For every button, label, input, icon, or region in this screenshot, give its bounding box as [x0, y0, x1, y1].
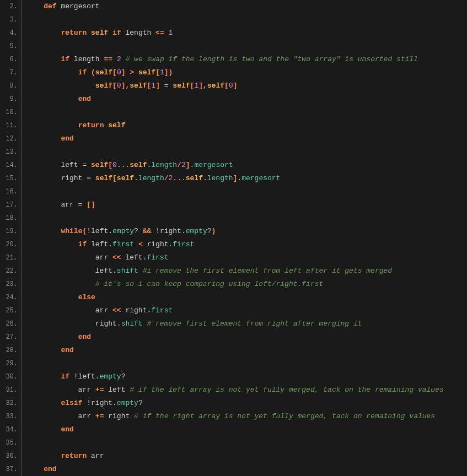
code-line[interactable]: return self if length <= 1 [26, 26, 467, 40]
token-ident [26, 346, 61, 354]
token-kw: elsif [61, 399, 82, 407]
token-kw: if [78, 68, 87, 77]
code-line[interactable]: arr += left # if the left array is not y… [26, 383, 467, 397]
code-line[interactable]: end [26, 132, 467, 145]
token-op: += [95, 412, 104, 420]
code-line[interactable]: right.shift # remove first element from … [26, 317, 467, 331]
code-line[interactable]: left = self[0...self.length/2].mergesort [26, 159, 467, 172]
code-line[interactable]: end [26, 344, 467, 357]
token-ident: arr [26, 306, 112, 315]
code-line[interactable]: arr += right # if the right array is not… [26, 410, 467, 423]
token-op: && [143, 227, 152, 235]
code-area[interactable]: def mergesort return self if length <= 1… [22, 0, 467, 476]
code-line[interactable]: end [26, 463, 467, 476]
code-line[interactable] [26, 145, 467, 159]
token-punct: . [203, 174, 207, 182]
token-method: first [112, 240, 134, 248]
code-line[interactable]: end [26, 331, 467, 344]
token-self: self [207, 82, 224, 90]
token-num: 0 [117, 82, 121, 90]
code-line[interactable]: def mergesort [26, 0, 467, 13]
line-number: 9. [0, 93, 21, 106]
code-line[interactable] [26, 357, 467, 370]
token-ident: !right. [151, 227, 185, 235]
token-kw: if [61, 372, 69, 381]
line-number: 18. [0, 212, 21, 225]
line-number: 29. [0, 357, 21, 370]
line-number: 12. [0, 132, 21, 145]
token-op: ( [91, 68, 95, 77]
code-line[interactable]: else [26, 291, 467, 304]
token-num: 1 [169, 29, 173, 37]
token-ident [87, 68, 91, 77]
token-comment: # we swap if the length is two and the "… [126, 55, 418, 63]
code-line[interactable]: left.shift #i remove the first element f… [26, 264, 467, 278]
code-line[interactable]: self[0],self[1] = self[1],self[0] [26, 79, 467, 93]
line-number: 36. [0, 450, 21, 463]
token-self: self [95, 68, 112, 77]
code-line[interactable]: while(!left.empty? && !right.empty?) [26, 225, 467, 238]
token-comment: # if the right array is not yet fully me… [134, 412, 435, 420]
line-number: 25. [0, 304, 21, 317]
code-line[interactable]: elsif !right.empty? [26, 397, 467, 410]
token-ident [26, 425, 61, 434]
token-op: [ [155, 68, 160, 77]
token-ident: right. [143, 240, 173, 248]
token-num: 2 [117, 55, 121, 63]
token-ident: right. [121, 306, 152, 315]
token-ident: left. [26, 267, 117, 275]
token-ident: right [104, 412, 134, 420]
line-number: 26. [0, 317, 21, 331]
line-number: 37. [0, 463, 21, 476]
token-method: length [207, 174, 233, 182]
code-line[interactable]: if (self[0] > self[1]) [26, 66, 467, 79]
token-ident [26, 240, 78, 248]
line-number: 24. [0, 291, 21, 304]
token-ident: left [104, 386, 130, 394]
line-number: 21. [0, 251, 21, 264]
code-line[interactable] [26, 436, 467, 450]
code-line[interactable]: if !left.empty? [26, 370, 467, 383]
token-num: 0 [112, 161, 117, 169]
code-line[interactable] [26, 185, 467, 198]
token-kw: if [78, 240, 87, 248]
code-line[interactable]: arr << right.first [26, 304, 467, 317]
code-line[interactable] [26, 13, 467, 26]
line-number: 5. [0, 40, 21, 53]
code-line[interactable] [26, 40, 467, 53]
code-line[interactable] [26, 106, 467, 119]
token-comment: # if the left array is not yet fully mer… [130, 386, 444, 394]
code-line[interactable]: return arr [26, 450, 467, 463]
code-line[interactable]: arr << left.first [26, 251, 467, 264]
line-number: 11. [0, 119, 21, 132]
token-ident: arr = [26, 201, 87, 209]
token-method: first [151, 306, 173, 315]
line-number: 23. [0, 278, 21, 291]
code-line[interactable]: right = self[self.length/2...self.length… [26, 172, 467, 185]
code-line[interactable]: arr = [] [26, 198, 467, 212]
code-line[interactable]: return self [26, 119, 467, 132]
code-line[interactable]: # it's so i can keep comparing using lef… [26, 278, 467, 291]
line-number: 4. [0, 26, 21, 40]
code-line[interactable]: end [26, 93, 467, 106]
token-self: self [91, 161, 108, 169]
token-ident [26, 280, 95, 288]
token-ident [26, 333, 78, 341]
token-op: <= [155, 29, 164, 37]
code-line[interactable] [26, 212, 467, 225]
token-op: ... [117, 161, 130, 169]
token-ident [134, 68, 138, 77]
code-line[interactable]: if length == 2 # we swap if the length i… [26, 53, 467, 66]
token-op: ] [198, 82, 203, 90]
token-kw: def [44, 2, 56, 10]
line-number: 19. [0, 225, 21, 238]
token-op: [] [87, 201, 95, 209]
token-punct: , [203, 82, 207, 90]
code-line[interactable]: if left.first < right.first [26, 238, 467, 251]
code-line[interactable]: end [26, 423, 467, 436]
token-kw: return [78, 121, 104, 129]
token-ident: !left. [87, 227, 112, 235]
token-op: ] [121, 68, 126, 77]
token-method: length [138, 174, 164, 182]
token-punct: . [134, 174, 138, 182]
